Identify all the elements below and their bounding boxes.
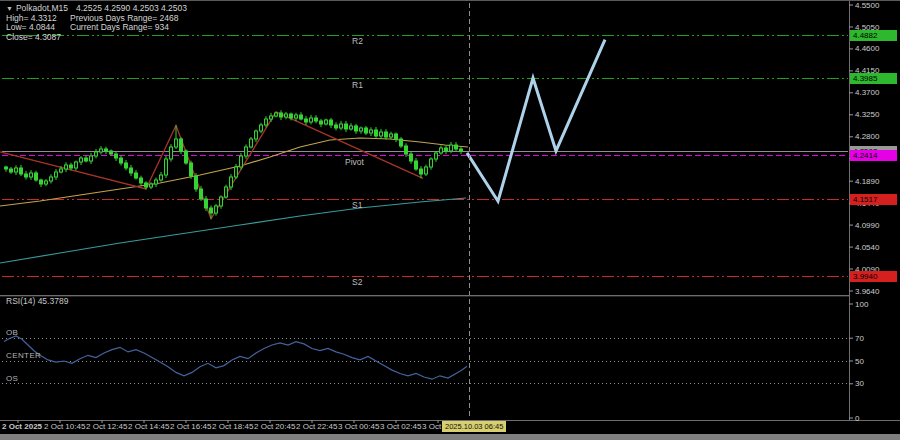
rsi-indicator-header: RSI(14) 45.3789 bbox=[6, 297, 68, 306]
candle-body bbox=[365, 128, 368, 133]
candle-body bbox=[390, 134, 393, 137]
candle-body bbox=[50, 177, 53, 181]
rsi-line bbox=[4, 336, 467, 379]
candle-body bbox=[210, 208, 213, 213]
candle-body bbox=[420, 169, 423, 174]
candle-body bbox=[100, 149, 103, 152]
price-chart-canvas[interactable] bbox=[0, 1, 900, 440]
cursor-time-badge: 2025.10.03 06:45 bbox=[442, 421, 506, 432]
day-low-value: Low= 4.0844 bbox=[6, 22, 55, 32]
candle-body bbox=[405, 146, 408, 154]
candle-body bbox=[250, 139, 253, 147]
day-close-value: Close= 4.3087 bbox=[6, 32, 61, 42]
ohlc-readout: 4.2525 4.2590 4.2503 4.2503 bbox=[76, 3, 187, 13]
candle-body bbox=[205, 199, 208, 208]
candle-body bbox=[70, 165, 73, 168]
candle-body bbox=[240, 156, 243, 167]
candle-body bbox=[20, 168, 23, 174]
candle-body bbox=[330, 120, 333, 125]
candle-body bbox=[185, 151, 188, 163]
candle-body bbox=[325, 120, 328, 124]
candle-body bbox=[85, 158, 88, 161]
candle-body bbox=[355, 126, 358, 131]
candle-body bbox=[430, 159, 433, 167]
candle-body bbox=[25, 174, 28, 177]
candle-body bbox=[255, 131, 258, 139]
candle-body bbox=[175, 139, 178, 147]
candle-body bbox=[170, 147, 173, 159]
candle-body bbox=[155, 180, 158, 184]
candle-body bbox=[410, 154, 413, 161]
candle-body bbox=[360, 128, 363, 131]
candle-body bbox=[60, 169, 63, 172]
candle-body bbox=[235, 167, 238, 177]
day-high-value: High= 4.3312 bbox=[6, 13, 57, 23]
candle-body bbox=[160, 175, 163, 180]
candle-body bbox=[215, 206, 218, 213]
candle-body bbox=[400, 139, 403, 146]
chart-header: ▼Polkadot,M154.2525 4.2590 4.2503 4.2503… bbox=[6, 4, 187, 42]
close-row: Close= 4.3087 bbox=[6, 33, 187, 43]
candle-body bbox=[440, 148, 443, 153]
candle-body bbox=[180, 139, 183, 151]
candle-body bbox=[285, 114, 288, 117]
slow-ma-line bbox=[0, 198, 466, 263]
candle-body bbox=[135, 173, 138, 178]
candle-body bbox=[350, 126, 353, 129]
candle-body bbox=[225, 187, 228, 197]
candle-body bbox=[140, 178, 143, 183]
mt4-chart-window: ▼Polkadot,M154.2525 4.2590 4.2503 4.2503… bbox=[0, 0, 900, 440]
candle-body bbox=[45, 181, 48, 184]
candle-body bbox=[195, 176, 198, 189]
candle-body bbox=[385, 132, 388, 137]
candle-body bbox=[310, 118, 313, 122]
candle-body bbox=[425, 167, 428, 174]
candle-body bbox=[120, 158, 123, 163]
candle-body bbox=[35, 173, 38, 180]
candle-body bbox=[80, 158, 83, 162]
candle-body bbox=[15, 168, 18, 172]
candle-body bbox=[380, 132, 383, 136]
candle-body bbox=[30, 173, 33, 177]
candle-body bbox=[315, 118, 318, 121]
candle-body bbox=[370, 130, 373, 133]
symbol-title: Polkadot,M15 bbox=[16, 3, 68, 13]
candle-body bbox=[125, 163, 128, 168]
candle-body bbox=[5, 167, 8, 169]
candle-body bbox=[220, 197, 223, 206]
candle-body bbox=[270, 116, 273, 119]
candle-body bbox=[395, 134, 398, 139]
candle-body bbox=[305, 119, 308, 122]
candle-body bbox=[150, 184, 153, 187]
candle-body bbox=[290, 114, 293, 118]
candle-body bbox=[265, 119, 268, 125]
candle-body bbox=[10, 169, 13, 172]
candle-body bbox=[275, 113, 278, 116]
symbol-dropdown-icon[interactable]: ▼ bbox=[6, 5, 13, 12]
candle-body bbox=[145, 183, 148, 187]
candle-body bbox=[260, 125, 263, 131]
candle-body bbox=[75, 162, 78, 168]
window-bottom-edge bbox=[0, 434, 900, 440]
candle-body bbox=[295, 115, 298, 118]
candle-body bbox=[230, 177, 233, 187]
candle-body bbox=[450, 145, 453, 151]
candle-body bbox=[190, 163, 193, 176]
candle-body bbox=[65, 165, 68, 169]
candle-body bbox=[280, 113, 283, 117]
forecast-zigzag[interactable] bbox=[467, 40, 605, 202]
candle-body bbox=[335, 125, 338, 128]
candle-body bbox=[340, 124, 343, 128]
candle-body bbox=[55, 172, 58, 177]
candle-body bbox=[245, 147, 248, 156]
current-day-range: Current Days Range= 934 bbox=[70, 23, 169, 33]
candle-body bbox=[110, 151, 113, 154]
candle-body bbox=[115, 154, 118, 158]
candle-body bbox=[200, 189, 203, 199]
candle-body bbox=[105, 149, 108, 151]
candle-body bbox=[95, 152, 98, 156]
candle-body bbox=[320, 121, 323, 124]
candle-body bbox=[130, 168, 133, 173]
candle-body bbox=[455, 145, 458, 149]
candle-body bbox=[435, 153, 438, 159]
